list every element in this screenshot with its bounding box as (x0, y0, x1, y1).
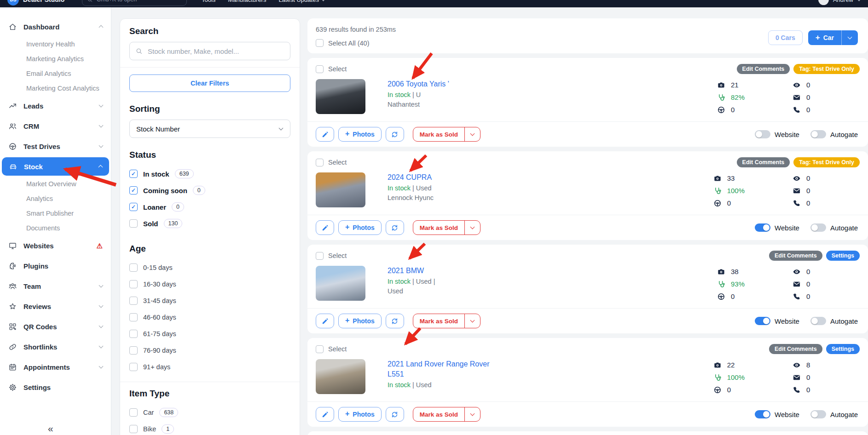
sidebar-item[interactable]: Dashboard ⚠ (0, 17, 111, 37)
age-filter-option[interactable]: 61-75 days (129, 326, 290, 342)
topbar-menu-item[interactable]: Latest Updates (278, 0, 324, 3)
sidebar-item[interactable]: QR Codes ⚠ (0, 316, 111, 337)
checkbox[interactable] (129, 408, 138, 417)
add-car-button[interactable]: + Car (808, 30, 858, 45)
autogate-toggle[interactable] (810, 130, 826, 138)
checkbox[interactable] (129, 363, 138, 371)
mark-as-sold-dropdown[interactable] (464, 314, 480, 328)
edit-button[interactable] (316, 220, 334, 235)
select-checkbox[interactable]: Select (316, 345, 347, 353)
status-filter-option[interactable]: Loaner 0 (129, 199, 290, 215)
sidebar-subitem[interactable]: Marketing Analytics (0, 52, 111, 66)
add-photos-button[interactable]: + Photos (338, 314, 382, 328)
autogate-toggle[interactable] (810, 223, 826, 232)
age-filter-option[interactable]: 16-30 days (129, 276, 290, 292)
sidebar-item[interactable]: Reviews ⚠ (0, 296, 111, 316)
website-toggle[interactable] (755, 130, 770, 138)
checkbox[interactable] (129, 263, 138, 272)
mark-as-sold-button[interactable]: Mark as Sold (413, 127, 480, 142)
vehicle-photo[interactable] (316, 359, 365, 394)
badge[interactable]: Tag: Test Drive Only (793, 157, 860, 167)
status-filter-option[interactable]: In stock 639 (129, 166, 290, 182)
checkbox[interactable] (129, 297, 138, 305)
item-type-filter-option[interactable]: Car 638 (129, 404, 290, 421)
checkbox[interactable] (129, 186, 138, 195)
checkbox[interactable] (129, 313, 138, 321)
edit-button[interactable] (316, 407, 334, 422)
sorting-select[interactable]: Stock Number (129, 120, 290, 138)
global-search-input[interactable]: Cmd+K to open (82, 0, 187, 6)
autogate-toggle[interactable] (810, 410, 826, 418)
brand[interactable]: DS Dealer Studio (7, 0, 75, 6)
autogate-toggle[interactable] (810, 317, 826, 325)
checkbox[interactable] (129, 203, 138, 211)
vehicle-title-link[interactable]: 2006 Toyota Yaris ' (388, 79, 558, 89)
checkbox[interactable] (129, 330, 138, 338)
sidebar-item[interactable]: Appointments ⚠ (0, 357, 111, 377)
sidebar-subitem[interactable]: Email Analytics (0, 66, 111, 81)
website-toggle[interactable] (755, 223, 770, 232)
mark-as-sold-dropdown[interactable] (464, 221, 480, 235)
user-menu[interactable]: Andrew (818, 0, 861, 5)
status-filter-option[interactable]: Coming soon 0 (129, 182, 290, 199)
add-car-dropdown[interactable] (841, 30, 858, 45)
sidebar-item[interactable]: Test Drives ⚠ (0, 136, 111, 156)
sidebar-item[interactable]: Websites ⚠ (0, 235, 111, 256)
sidebar-item[interactable]: Shortlinks ⚠ (0, 337, 111, 357)
select-checkbox[interactable]: Select (316, 159, 347, 166)
age-filter-option[interactable]: 76-90 days (129, 342, 290, 359)
badge[interactable]: Edit Comments (737, 157, 790, 167)
checkbox[interactable] (129, 170, 138, 178)
sidebar-item[interactable]: Plugins ⚠ (0, 256, 111, 276)
vehicle-title-link[interactable]: 2024 CUPRA (388, 172, 558, 183)
sidebar-item[interactable]: Settings ⚠ (0, 377, 111, 397)
refresh-button[interactable] (386, 407, 404, 422)
add-photos-button[interactable]: + Photos (338, 407, 382, 422)
clear-filters-button[interactable]: Clear Filters (129, 74, 290, 92)
badge[interactable]: Edit Comments (737, 64, 790, 74)
sidebar-subitem[interactable]: Documents (0, 221, 111, 235)
mark-as-sold-dropdown[interactable] (464, 127, 480, 141)
sidebar-item[interactable]: CRM ⚠ (0, 116, 111, 136)
refresh-button[interactable] (386, 314, 404, 328)
checkbox[interactable] (129, 280, 138, 288)
badge[interactable]: Edit Comments (769, 344, 822, 354)
sidebar-subitem[interactable]: Analytics (0, 191, 111, 206)
mark-as-sold-button[interactable]: Mark as Sold (413, 314, 480, 328)
website-toggle[interactable] (755, 317, 770, 325)
sidebar-item[interactable]: Team ⚠ (0, 276, 111, 296)
sidebar-subitem[interactable]: Smart Publisher (0, 206, 111, 221)
sidebar-collapse-button[interactable]: « (48, 423, 53, 434)
mark-as-sold-button[interactable]: Mark as Sold (413, 407, 480, 422)
age-filter-option[interactable]: 46-60 days (129, 309, 290, 326)
vehicle-title-link[interactable]: 2021 Land Rover Range Rover (388, 359, 558, 369)
sidebar-subitem[interactable]: Market Overview (0, 177, 111, 191)
badge[interactable]: Settings (826, 251, 860, 261)
badge[interactable]: Tag: Test Drive Only (793, 64, 860, 74)
mark-as-sold-button[interactable]: Mark as Sold (413, 220, 480, 235)
status-filter-option[interactable]: Sold 130 (129, 215, 290, 232)
checkbox[interactable] (129, 425, 138, 433)
add-photos-button[interactable]: + Photos (338, 127, 382, 142)
sidebar-subitem[interactable]: Inventory Health (0, 37, 111, 52)
checkbox[interactable] (129, 219, 138, 228)
checkbox[interactable] (129, 346, 138, 355)
badge[interactable]: Edit Comments (769, 251, 822, 261)
sidebar-item[interactable]: Stock ⚠ (2, 157, 109, 176)
item-type-filter-option[interactable]: Bike 1 (129, 421, 290, 435)
topbar-menu-item[interactable]: Tools (202, 0, 215, 3)
age-filter-option[interactable]: 31-45 days (129, 292, 290, 309)
mark-as-sold-dropdown[interactable] (464, 407, 480, 421)
age-filter-option[interactable]: 0-15 days (129, 259, 290, 276)
badge[interactable]: Settings (826, 344, 860, 354)
website-toggle[interactable] (755, 410, 770, 418)
stock-search-input[interactable] (147, 47, 284, 56)
sidebar-subitem[interactable]: Marketing Cost Analytics (0, 81, 111, 96)
refresh-button[interactable] (386, 127, 404, 142)
vehicle-title-link[interactable]: 2021 BMW (388, 266, 558, 276)
refresh-button[interactable] (386, 220, 404, 235)
select-checkbox[interactable]: Select (316, 252, 347, 260)
vehicle-photo[interactable] (316, 172, 365, 207)
age-filter-option[interactable]: 91+ days (129, 359, 290, 375)
cars-count-button[interactable]: 0 Cars (768, 30, 803, 45)
